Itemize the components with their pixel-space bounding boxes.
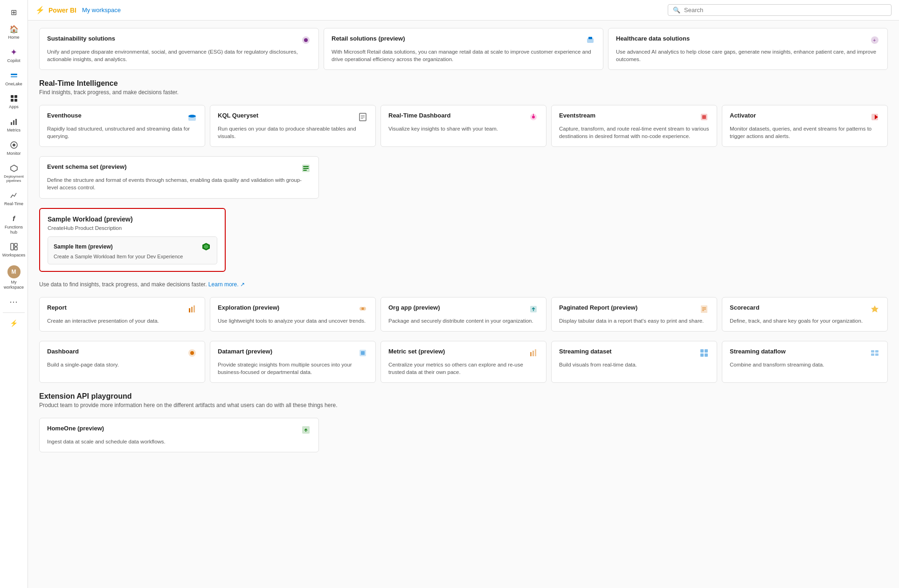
card-report[interactable]: Report Create an interactive presentatio…: [39, 297, 205, 332]
sidebar-divider: [3, 312, 25, 313]
learn-more-link[interactable]: Learn more. ↗: [208, 281, 245, 288]
card-streaming-dataset[interactable]: Streaming dataset Build visuals from rea…: [551, 341, 717, 383]
sidebar-item-workspaces[interactable]: Workspaces: [0, 238, 28, 262]
sidebar-metrics-label: Metrics: [7, 128, 21, 133]
sidebar-apps-label: Apps: [9, 104, 19, 110]
svg-point-54: [190, 351, 194, 355]
sidebar-item-apps-menu[interactable]: ⊞: [0, 4, 28, 21]
sidebar-item-apps[interactable]: Apps: [0, 90, 28, 113]
use-data-section: Use data to find insights, track progres…: [39, 281, 888, 288]
sidebar-item-more[interactable]: ···: [0, 294, 28, 311]
avatar: M: [7, 265, 21, 278]
realtime-section-title: Real-Time Intelligence: [39, 79, 888, 88]
svg-rect-35: [303, 166, 309, 167]
workspace-link[interactable]: My workspace: [82, 7, 121, 14]
card-datamart-desc: Provide strategic insights from multiple…: [218, 361, 368, 376]
inner-card-sample-item-title: Sample Item (preview): [54, 243, 113, 250]
svg-rect-13: [14, 243, 17, 246]
retail-icon: [585, 35, 595, 45]
svg-rect-36: [303, 168, 309, 169]
card-retail[interactable]: Retail solutions (preview) With Microsof…: [324, 28, 603, 70]
card-healthcare-desc: Use advanced AI analytics to help close …: [616, 48, 880, 63]
card-streaming-dataflow[interactable]: Streaming dataflow Combine and transform…: [722, 341, 888, 383]
card-dashboard[interactable]: Dashboard Build a single-page data story…: [39, 341, 205, 383]
card-scorecard[interactable]: Scorecard Define, track, and share key g…: [722, 297, 888, 332]
sidebar-monitor-label: Monitor: [7, 151, 21, 156]
card-sustainability-title: Sustainability solutions: [47, 35, 115, 42]
svg-rect-58: [532, 351, 534, 356]
sidebar-deployment-label: Deployment pipelines: [2, 174, 26, 183]
svg-rect-37: [303, 170, 307, 171]
card-homeone[interactable]: HomeOne (preview) Ingest data at scale a…: [39, 418, 319, 452]
use-data-subtitle: Use data to find insights, track progres…: [39, 281, 888, 288]
card-streaming-dataset-title: Streaming dataset: [559, 348, 612, 355]
svg-rect-4: [11, 99, 14, 102]
power-bi-logo-icon: ⚡: [35, 6, 45, 14]
card-rtdashboard-title: Real-Time Dashboard: [388, 112, 450, 119]
card-exploration[interactable]: Exploration (preview) Use lightweight to…: [210, 297, 376, 332]
eventstream-icon: [699, 112, 709, 122]
sidebar-item-copilot[interactable]: ✦ Copilot: [0, 44, 28, 67]
card-exploration-desc: Use lightweight tools to analyze your da…: [218, 317, 368, 325]
streaming-dataflow-icon: [870, 348, 880, 358]
svg-rect-63: [705, 353, 708, 357]
card-datamart[interactable]: Datamart (preview) Provide strategic ins…: [210, 341, 376, 383]
deployment-icon: [9, 164, 19, 173]
search-bar[interactable]: 🔍: [668, 4, 892, 16]
sidebar-item-functions[interactable]: f Functions hub: [0, 210, 28, 239]
card-retail-desc: With Microsoft Retail data solutions, yo…: [332, 48, 595, 63]
sidebar-copilot-label: Copilot: [7, 58, 20, 63]
card-dashboard-desc: Build a single-page data story.: [47, 361, 197, 368]
card-eventhouse-title: Eventhouse: [47, 112, 82, 119]
card-streaming-dataset-desc: Build visuals from real-time data.: [559, 361, 709, 368]
datamart-icon: [358, 348, 368, 358]
card-org-app[interactable]: Org app (preview) Package and securely d…: [380, 297, 546, 332]
realtime-icon: [9, 191, 19, 200]
card-retail-title: Retail solutions (preview): [332, 35, 405, 42]
sample-item-icon: [201, 242, 211, 252]
card-rtdashboard[interactable]: Real-Time Dashboard Visualize key insigh…: [380, 105, 546, 147]
svg-rect-40: [189, 308, 190, 312]
card-org-app-title: Org app (preview): [388, 304, 440, 311]
sustainability-icon: [301, 35, 311, 45]
card-event-schema[interactable]: Event schema set (preview) Define the st…: [39, 156, 319, 198]
extension-api-subtitle: Product team to provide more information…: [39, 402, 888, 408]
svg-rect-67: [875, 353, 878, 356]
card-rtdashboard-desc: Visualize key insights to share with you…: [388, 125, 539, 132]
card-sustainability[interactable]: Sustainability solutions Unify and prepa…: [39, 28, 319, 70]
sidebar-item-monitor[interactable]: Monitor: [0, 137, 28, 160]
card-activator[interactable]: Activator Monitor datasets, queries, and…: [722, 105, 888, 147]
sidebar-item-metrics[interactable]: Metrics: [0, 113, 28, 137]
card-paginated-report[interactable]: Paginated Report (preview) Display tabul…: [551, 297, 717, 332]
card-healthcare[interactable]: Healthcare data solutions + Use advanced…: [608, 28, 888, 70]
sidebar-item-my-workspace[interactable]: M My workspace: [0, 262, 28, 294]
sidebar-item-onelake[interactable]: OneLake: [0, 67, 28, 90]
inner-card-sample-item[interactable]: Sample Item (preview) Create a Sample Wo…: [48, 236, 217, 264]
sidebar-item-realtime[interactable]: Real-Time: [0, 187, 28, 210]
healthcare-icon: +: [870, 35, 880, 45]
top-solutions-grid: Sustainability solutions Unify and prepa…: [39, 28, 888, 70]
svg-rect-60: [700, 349, 704, 353]
sidebar: ⊞ 🏠 Home ✦ Copilot OneLake Apps Metrics …: [0, 0, 28, 588]
sidebar-item-home[interactable]: 🏠 Home: [0, 21, 28, 44]
sidebar-item-deployment[interactable]: Deployment pipelines: [0, 160, 28, 187]
card-kql[interactable]: KQL Queryset Run queries on your data to…: [210, 105, 376, 147]
card-homeone-desc: Ingest data at scale and schedule data w…: [47, 438, 311, 445]
card-exploration-title: Exploration (preview): [218, 304, 279, 311]
card-sample-workload[interactable]: Sample Workload (preview) CreateHub Prod…: [39, 208, 226, 272]
metrics-icon: [9, 117, 19, 126]
exploration-icon: [358, 304, 368, 314]
realtime-cards-grid: Eventhouse Rapidly load structured, unst…: [39, 105, 888, 147]
svg-rect-12: [11, 243, 14, 250]
card-eventstream[interactable]: Eventstream Capture, transform, and rout…: [551, 105, 717, 147]
event-schema-grid: Event schema set (preview) Define the st…: [39, 156, 888, 198]
card-streaming-dataflow-desc: Combine and transform streaming data.: [730, 361, 880, 368]
use-data-grid-row2: Dashboard Build a single-page data story…: [39, 341, 888, 383]
card-streaming-dataflow-title: Streaming dataflow: [730, 348, 786, 355]
card-eventhouse[interactable]: Eventhouse Rapidly load structured, unst…: [39, 105, 205, 147]
search-input[interactable]: [684, 7, 886, 14]
card-metric-set[interactable]: Metric set (preview) Centralize your met…: [380, 341, 546, 383]
streaming-dataset-icon: [699, 348, 709, 358]
card-sample-workload-title: Sample Workload (preview): [48, 215, 217, 223]
sidebar-item-power-bi[interactable]: ⚡: [0, 315, 28, 332]
